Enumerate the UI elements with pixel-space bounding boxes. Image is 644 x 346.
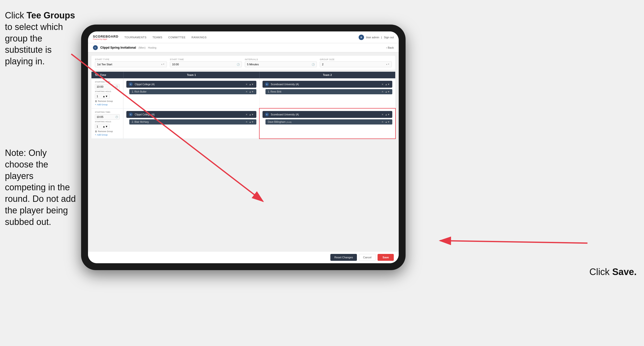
team-dot-1-2: S [265,82,269,86]
add-group-button-1[interactable]: + Add Group [95,103,120,106]
team-x-2-2[interactable]: ✕ [382,113,384,116]
team-dot-1-1: C [129,82,133,86]
tee-time-clock-icon-2: 🕐 [115,116,118,118]
team-x-2-1[interactable]: ✕ [246,113,248,116]
player-entry-1-2-1[interactable]: 1. Rees Britt ✕ ▲▼ [266,89,392,94]
player-right-2-2-1: ✕ ▲▼ [382,121,390,123]
nav-teams[interactable]: TEAMS [152,35,162,40]
nav-right: B blair admin | Sign out [358,35,394,40]
tee-teams-2: C Clippd College (A) ✕ ▲▼ 2. Blair McHar… [124,108,395,138]
tee-row-1: STARTING TIME: 10:00 🕐 STARTING HOLE: 1 … [92,78,395,108]
start-type-input[interactable]: 1st Tee Start ▲▼ [95,61,167,67]
trash-icon-1: 🗑 [95,100,97,102]
player-name-1-1-1: 1. Rich Butler [132,90,146,93]
trash-icon-2: 🗑 [95,130,97,133]
player-x-2-1-1[interactable]: ✕ [246,121,248,123]
group-size-input[interactable]: 2 ▲▼ [320,61,392,67]
start-type-chevrons: ▲▼ [161,63,165,65]
team-entry-left-2-1: C Clippd College (A) [129,112,154,116]
user-avatar: B [358,35,364,40]
start-type-label: Start Type [95,58,167,61]
player-chevrons-1-2-1: ▲▼ [385,90,390,93]
cancel-button[interactable]: Cancel [359,254,376,261]
logo-sub: Powered by clippd [93,38,118,40]
team-entry-2-1[interactable]: C Clippd College (A) ✕ ▲▼ [126,111,256,118]
intervals-field: Intervals 5 Minutes 🕐 [245,58,317,67]
player-chevrons-2-1-1: ▲▼ [249,121,254,123]
note-text: Note: Only choose the players competing … [0,142,81,233]
sign-out-link[interactable]: Sign out [384,36,394,39]
hole-input-1[interactable]: 1 ▲▼ [95,94,110,99]
back-button[interactable]: ‹ Back [386,46,394,49]
intervals-clock-icon: 🕐 [312,63,315,66]
event-gender: (Men) [138,46,146,49]
team-col-2-2: S Scoreboard University (A) ✕ ▲▼ Dave Bi… [260,108,396,138]
save-button[interactable]: Save [378,254,394,261]
team-chevrons-1-1: ▲▼ [249,83,254,86]
group-size-chevrons: ▲▼ [386,63,390,65]
nav-committee[interactable]: COMMITTEE [168,35,186,40]
logo-text: SCOREBOARD [93,35,118,38]
instructions-text: Click Tee Groups to select which group t… [0,5,81,72]
player-chevrons-2-2-1: ▲▼ [385,121,390,123]
team-dot-2-2: S [265,112,269,116]
instructions-line2: to select which group the substitute is … [5,22,63,66]
reset-changes-button[interactable]: Reset Changes [330,254,357,261]
start-time-label: Start Time [170,58,242,61]
note-bold-prefix: Note: [5,148,28,158]
nav-items: TOURNAMENTS TEAMS COMMITTEE RANKINGS [124,35,358,40]
content-area: Start Type 1st Tee Start ▲▼ Start Time 1… [88,52,399,251]
team-chevrons-2-2: ▲▼ [385,113,390,116]
tee-time-input-1[interactable]: 10:00 🕐 [95,84,120,89]
clock-icon: 🕐 [237,63,240,66]
nav-separator: | [381,36,382,39]
start-time-field: Start Time 10:00 🕐 [170,58,242,67]
tablet-frame: SCOREBOARD Powered by clippd TOURNAMENTS… [81,24,406,270]
team-entry-left-2-2: S Scoreboard University (A) [265,112,299,116]
player-x-1-1-1[interactable]: ✕ [246,90,248,93]
team-x-1-1[interactable]: ✕ [246,83,248,86]
team-entry-right-2-1: ✕ ▲▼ [246,113,254,116]
hole-input-2[interactable]: 1 ▲▼ [95,124,110,129]
header-team2: Team 2 [259,72,395,78]
tee-time-clock-icon-1: 🕐 [115,85,118,88]
plus-icon-1: + [95,103,96,106]
hole-chevrons-2: ▲▼ [102,125,108,128]
start-type-field: Start Type 1st Tee Start ▲▼ [95,58,167,67]
team-entry-1-1[interactable]: C Clippd College (A) ✕ ▲▼ [126,81,256,88]
nav-tournaments[interactable]: TOURNAMENTS [124,35,146,40]
team-entry-2-2[interactable]: S Scoreboard University (A) ✕ ▲▼ [262,111,392,118]
player-right-1-2-1: ✕ ▲▼ [382,90,390,93]
note-bold-content: Only choose the players competing in the… [5,148,76,227]
nav-rankings[interactable]: RANKINGS [192,35,206,40]
player-x-2-2-1[interactable]: ✕ [382,121,384,123]
intervals-input[interactable]: 5 Minutes 🕐 [245,61,317,67]
player-x-1-2-1[interactable]: ✕ [382,90,384,93]
intervals-label: Intervals [245,58,317,61]
hosting-badge: Hosting [148,46,156,49]
team-chevrons-2-1: ▲▼ [249,113,254,116]
grid-header: Tee Time Team 1 Team 2 [92,72,395,78]
team-x-1-2[interactable]: ✕ [382,83,384,86]
starting-hole-label-2: STARTING HOLE: [95,121,120,123]
add-group-button-2[interactable]: + Add Group [95,134,120,136]
tee-row-2: STARTING TIME: 10:05 🕐 STARTING HOLE: 1 … [92,108,395,139]
player-entry-2-1-1[interactable]: 2. Blair McHarg ✕ ▲▼ [129,119,256,124]
footer-bar: Reset Changes Cancel Save [88,251,399,263]
tee-time-input-2[interactable]: 10:05 🕐 [95,114,120,120]
player-entry-1-1-1[interactable]: 1. Rich Butler ✕ ▲▼ [129,89,256,94]
team-entry-left-1-1: C Clippd College (A) [129,82,154,86]
logo-area: SCOREBOARD Powered by clippd [93,35,118,40]
team-entry-1-2[interactable]: S Scoreboard University (A) ✕ ▲▼ [262,81,392,88]
remove-group-button-2[interactable]: 🗑 Remove Group [95,130,120,133]
start-time-input[interactable]: 10:00 🕐 [170,61,242,67]
team-dot-2-1: C [129,112,133,116]
starting-hole-label-1: STARTING HOLE: [95,90,120,93]
svg-line-3 [440,241,588,243]
event-name: Clippd Spring Invitational [100,46,136,49]
hole-chevrons-1: ▲▼ [102,95,108,98]
plus-icon-2: + [95,134,96,136]
player-chevrons-1-1-1: ▲▼ [249,90,254,93]
remove-group-button-1[interactable]: 🗑 Remove Group [95,100,120,102]
player-entry-2-2-1[interactable]: Dave Billingham (SUB) ✕ ▲▼ [266,119,392,124]
